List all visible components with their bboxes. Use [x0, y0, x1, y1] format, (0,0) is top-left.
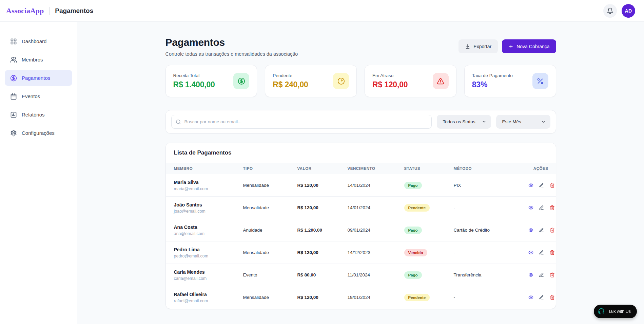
header-page-title: Pagamentos — [55, 7, 93, 15]
delete-button[interactable] — [549, 204, 556, 211]
sidebar-item-configuracoes[interactable]: Configurações — [5, 125, 72, 141]
sidebar-item-label: Pagamentos — [22, 75, 50, 81]
status-badge: Pago — [404, 271, 422, 279]
cell-valor: R$ 120,00 — [293, 174, 344, 197]
filter-bar: Todos os Status Este Mês — [165, 110, 556, 133]
stat-label: Pendente — [273, 73, 308, 78]
stat-label: Taxa de Pagamento — [472, 73, 513, 78]
delete-button[interactable] — [549, 182, 556, 189]
pencil-icon — [539, 228, 544, 233]
trash-icon — [550, 295, 555, 300]
alert-triangle-icon — [433, 73, 449, 89]
table-header-row: Membro Tipo Valor Vencimento Status Méto… — [166, 163, 556, 174]
sidebar-item-dashboard[interactable]: Dashboard — [5, 33, 72, 49]
header-divider — [49, 7, 50, 15]
stat-card-em-atraso: Em Atraso R$ 120,00 — [365, 65, 456, 97]
member-name: Pedro Lima — [174, 247, 235, 252]
delete-button[interactable] — [549, 271, 556, 278]
chevron-down-icon — [541, 120, 546, 124]
export-button[interactable]: Exportar — [458, 39, 498, 53]
stat-card-pendente: Pendente R$ 240,00 — [265, 65, 357, 97]
sidebar-item-membros[interactable]: Membros — [5, 52, 72, 68]
new-charge-button[interactable]: Nova Cobrança — [502, 39, 556, 53]
cell-vencimento: 14/01/2024 — [344, 174, 400, 197]
chat-widget-button[interactable]: Talk with Us — [594, 305, 637, 318]
edit-button[interactable] — [538, 294, 545, 301]
delete-button[interactable] — [549, 227, 556, 234]
view-button[interactable] — [527, 204, 534, 211]
table-row: Ana Costa ana@email.com Anuidade R$ 1.20… — [166, 219, 556, 241]
edit-button[interactable] — [538, 227, 545, 234]
payments-table: Membro Tipo Valor Vencimento Status Méto… — [166, 163, 556, 309]
view-button[interactable] — [527, 182, 534, 189]
stat-label: Receita Total — [173, 73, 215, 78]
sidebar-item-label: Eventos — [22, 93, 40, 99]
bar-chart-icon — [10, 111, 17, 118]
cell-valor: R$ 80,00 — [293, 264, 344, 286]
edit-button[interactable] — [538, 271, 545, 278]
member-email: carla@email.com — [174, 276, 235, 281]
app-logo[interactable]: AssociaApp — [6, 6, 44, 15]
column-header-valor: Valor — [293, 163, 344, 174]
status-badge: Pago — [404, 182, 422, 189]
cell-valor: R$ 120,00 — [293, 286, 344, 309]
cell-tipo: Mensalidade — [239, 286, 293, 309]
plus-icon — [508, 44, 513, 49]
period-filter-value: Este Mês — [502, 119, 521, 124]
member-name: João Santos — [174, 202, 235, 208]
column-header-tipo: Tipo — [239, 163, 293, 174]
member-name: Carla Mendes — [174, 269, 235, 275]
eye-icon — [528, 228, 533, 233]
view-button[interactable] — [527, 294, 534, 301]
table-row: Pedro Lima pedro@email.com Mensalidade R… — [166, 241, 556, 264]
trash-icon — [550, 272, 555, 277]
trash-icon — [550, 250, 555, 255]
period-filter-select[interactable]: Este Mês — [496, 115, 550, 129]
member-email: joao@email.com — [174, 209, 235, 214]
table-row: Carla Mendes carla@email.com Evento R$ 8… — [166, 264, 556, 286]
main-area: Pagamentos Controle todas as transações … — [77, 22, 644, 324]
cell-vencimento: 14/12/2023 — [344, 241, 400, 264]
stat-value: R$ 1.400,00 — [173, 80, 215, 89]
cell-metodo: - — [450, 241, 521, 264]
table-row: João Santos joao@email.com Mensalidade R… — [166, 197, 556, 219]
stat-value: R$ 120,00 — [372, 80, 408, 89]
column-header-acoes: Ações — [521, 163, 556, 174]
cell-metodo: - — [450, 286, 521, 309]
status-badge: Pago — [404, 227, 422, 234]
cell-metodo: PIX — [450, 174, 521, 197]
delete-button[interactable] — [549, 294, 556, 301]
cell-tipo: Mensalidade — [239, 174, 293, 197]
sidebar-item-relatorios[interactable]: Relatórios — [5, 107, 72, 123]
member-email: maria@email.com — [174, 186, 235, 191]
status-filter-value: Todos os Status — [443, 119, 475, 124]
search-input[interactable] — [171, 115, 432, 129]
delete-button[interactable] — [549, 249, 556, 256]
user-avatar[interactable]: AD — [622, 4, 635, 18]
cell-valor: R$ 120,00 — [293, 241, 344, 264]
trash-icon — [550, 183, 555, 188]
sidebar-item-eventos[interactable]: Eventos — [5, 88, 72, 104]
cell-vencimento: 11/01/2024 — [344, 264, 400, 286]
edit-button[interactable] — [538, 249, 545, 256]
new-charge-button-label: Nova Cobrança — [516, 44, 549, 49]
member-name: Maria Silva — [174, 180, 235, 185]
status-filter-select[interactable]: Todos os Status — [437, 115, 491, 129]
gear-icon — [10, 130, 17, 137]
view-button[interactable] — [527, 271, 534, 278]
pencil-icon — [539, 205, 544, 210]
notifications-button[interactable] — [603, 4, 617, 18]
dollar-circle-icon — [233, 73, 249, 89]
eye-icon — [528, 205, 533, 210]
view-button[interactable] — [527, 249, 534, 256]
cell-metodo: Cartão de Crédito — [450, 219, 521, 241]
sidebar-item-pagamentos[interactable]: Pagamentos — [5, 70, 72, 86]
trash-icon — [550, 228, 555, 233]
view-button[interactable] — [527, 227, 534, 234]
sidebar: Dashboard Membros Pagamentos Eventos Rel… — [0, 22, 77, 324]
cell-valor: R$ 120,00 — [293, 197, 344, 219]
edit-button[interactable] — [538, 204, 545, 211]
table-row: Rafael Oliveira rafael@email.com Mensali… — [166, 286, 556, 309]
edit-button[interactable] — [538, 182, 545, 189]
dollar-circle-icon — [10, 75, 17, 82]
